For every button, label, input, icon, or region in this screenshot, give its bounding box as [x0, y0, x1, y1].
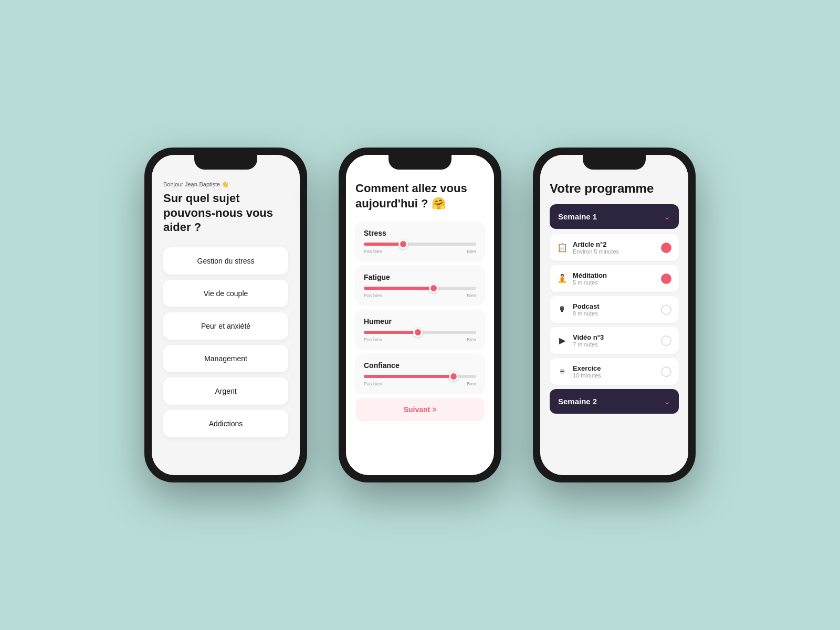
article-text: Article n°2 Environ 5 minutes [573, 240, 656, 255]
video-text: Vidéo n°3 7 minutes [573, 333, 656, 348]
slider-left-label: Pas bien [364, 249, 382, 254]
slider-humeur: Humeur Pas bien Bien [355, 310, 485, 349]
slider-left-label: Pas bien [364, 293, 382, 298]
slider-stress-track[interactable] [364, 243, 476, 246]
content-item-meditation[interactable]: 🧘 Méditation 5 minutes [550, 265, 679, 292]
slider-confiance: Confiance Pas bien Bien [355, 354, 485, 393]
meditation-radio[interactable] [661, 274, 671, 284]
menu-item-peur[interactable]: Peur et anxiété [163, 312, 288, 340]
video-duration: 7 minutes [573, 341, 656, 348]
article-radio[interactable] [661, 243, 671, 253]
slider-confiance-label: Confiance [364, 361, 476, 370]
question-title: Comment allez vous aujourd'hui ? 🤗 [355, 181, 485, 211]
main-question-title: Sur quel sujet pouvons-nous vous aider ? [163, 191, 288, 235]
menu-item-stress[interactable]: Gestion du stress [163, 247, 288, 275]
slider-left-label: Pas bien [364, 337, 382, 342]
slider-right-label: Bien [467, 249, 476, 254]
slider-stress-label: Stress [364, 229, 476, 237]
menu-item-argent[interactable]: Argent [163, 377, 288, 405]
phone-2: Comment allez vous aujourd'hui ? 🤗 Stres… [339, 148, 501, 482]
greeting-text: Bonjour Jean-Baptiste 👋 [163, 181, 288, 188]
semaine2-header[interactable]: Semaine 2 ⌄ [550, 389, 679, 414]
meditation-text: Méditation 5 minutes [573, 271, 656, 286]
slider-right-label: Bien [467, 293, 476, 298]
screen-1: Bonjour Jean-Baptiste 👋 Sur quel sujet p… [152, 155, 300, 475]
phone-3: Votre programme Semaine 1 ⌄ 📋 Article n°… [533, 148, 696, 482]
podcast-text: Podcast 9 minutes [573, 302, 656, 317]
slider-humeur-track[interactable] [364, 331, 476, 334]
exercice-radio[interactable] [661, 366, 671, 377]
screen-3: Votre programme Semaine 1 ⌄ 📋 Article n°… [540, 155, 688, 475]
chevron-down-icon-2: ⌄ [664, 396, 670, 406]
video-icon: ▶ [557, 335, 568, 345]
exercice-name: Exercice [573, 364, 656, 372]
notch-2 [388, 155, 452, 170]
article-duration: Environ 5 minutes [573, 248, 656, 255]
chevron-down-icon: ⌄ [664, 212, 670, 222]
semaine1-header[interactable]: Semaine 1 ⌄ [550, 204, 679, 229]
slider-fatigue-label: Fatigue [364, 273, 476, 281]
notch-3 [583, 155, 646, 170]
article-name: Article n°2 [573, 240, 656, 248]
podcast-name: Podcast [573, 302, 656, 310]
content-item-podcast[interactable]: 🎙 Podcast 9 minutes [550, 296, 679, 323]
semaine2-label: Semaine 2 [558, 397, 597, 406]
podcast-duration: 9 minutes [573, 310, 656, 317]
podcast-radio[interactable] [661, 304, 671, 315]
content-item-exercice[interactable]: ≡ Exercice 10 minutes [550, 358, 679, 385]
content-item-article[interactable]: 📋 Article n°2 Environ 5 minutes [550, 234, 679, 261]
podcast-icon: 🎙 [557, 305, 568, 314]
notch-1 [194, 155, 257, 170]
suivant-button[interactable]: Suivant > [355, 398, 485, 421]
menu-item-addictions[interactable]: Addictions [163, 410, 288, 437]
article-icon: 📋 [557, 243, 568, 253]
meditation-duration: 5 minutes [573, 279, 656, 286]
menu-item-couple[interactable]: Vie de couple [163, 280, 288, 307]
exercice-duration: 10 minutes [573, 372, 656, 379]
meditation-name: Méditation [573, 271, 656, 279]
menu-item-management[interactable]: Management [163, 345, 288, 372]
slider-stress: Stress Pas bien Bien [355, 222, 485, 260]
slider-confiance-track[interactable] [364, 375, 476, 378]
slider-left-label: Pas bien [364, 381, 382, 386]
meditation-icon: 🧘 [557, 274, 568, 284]
slider-fatigue: Fatigue Pas bien Bien [355, 266, 485, 304]
slider-right-label: Bien [467, 381, 476, 386]
content-item-video[interactable]: ▶ Vidéo n°3 7 minutes [550, 327, 679, 354]
slider-fatigue-track[interactable] [364, 287, 476, 290]
programme-title: Votre programme [550, 181, 679, 196]
exercice-icon: ≡ [557, 367, 568, 376]
semaine1-label: Semaine 1 [558, 212, 597, 221]
slider-right-label: Bien [467, 337, 476, 342]
video-radio[interactable] [661, 335, 671, 346]
slider-humeur-label: Humeur [364, 317, 476, 326]
exercice-text: Exercice 10 minutes [573, 364, 656, 379]
screen-2: Comment allez vous aujourd'hui ? 🤗 Stres… [346, 155, 494, 475]
video-name: Vidéo n°3 [573, 333, 656, 341]
phone-1: Bonjour Jean-Baptiste 👋 Sur quel sujet p… [144, 148, 307, 482]
